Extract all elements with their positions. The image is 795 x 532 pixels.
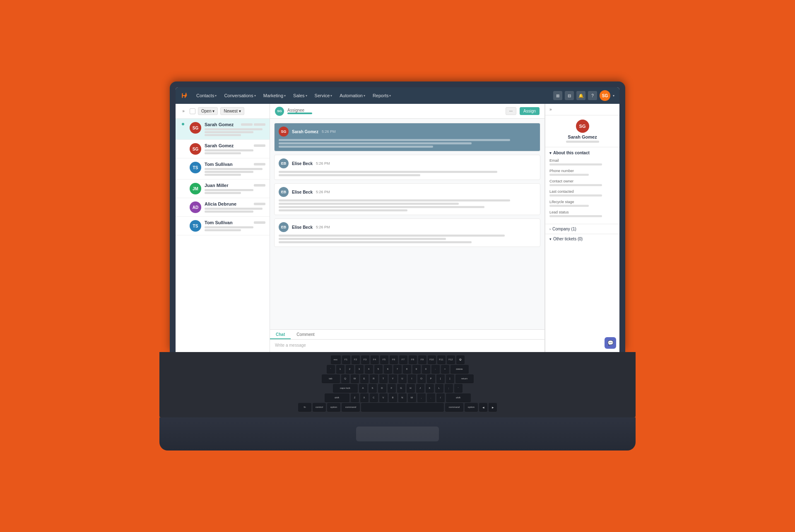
key-command-l[interactable]: command: [342, 403, 360, 411]
list-item[interactable]: TS Tom Sullivan: [176, 158, 270, 180]
key-r[interactable]: R: [370, 374, 378, 383]
key-esc[interactable]: esc: [331, 355, 341, 364]
key-u[interactable]: U: [398, 374, 407, 383]
nav-search-btn[interactable]: ⊞: [553, 91, 562, 100]
key-3[interactable]: 3: [355, 365, 364, 373]
key-power[interactable]: ⏻: [456, 355, 465, 364]
key-option-r[interactable]: option: [465, 403, 478, 411]
key-comma[interactable]: ,: [417, 393, 426, 402]
assign-btn[interactable]: Assign: [520, 107, 540, 115]
tab-chat[interactable]: Chat: [270, 330, 291, 339]
key-fn[interactable]: fn: [298, 403, 311, 411]
key-h[interactable]: H: [407, 384, 415, 392]
key-9[interactable]: 9: [412, 365, 421, 373]
nav-service[interactable]: Service ▾: [311, 91, 336, 100]
open-filter-btn[interactable]: Open ▾: [198, 107, 218, 115]
key-capslock[interactable]: caps lock: [333, 384, 358, 392]
key-period[interactable]: .: [427, 393, 435, 402]
nav-reports[interactable]: Reports ▾: [369, 91, 395, 100]
key-f10[interactable]: F10: [428, 355, 436, 364]
other-tickets-section-btn[interactable]: ▾ Other tickets (0): [545, 234, 619, 244]
key-g[interactable]: G: [397, 384, 405, 392]
nav-marketing[interactable]: Marketing ▾: [260, 91, 289, 100]
key-s[interactable]: S: [369, 384, 377, 392]
list-item[interactable]: SG Sarah Gomez: [176, 119, 270, 140]
trackpad[interactable]: [356, 427, 439, 441]
key-minus[interactable]: -: [431, 365, 440, 373]
key-f9[interactable]: F9: [418, 355, 426, 364]
key-l[interactable]: L: [435, 384, 443, 392]
key-f6[interactable]: F6: [390, 355, 398, 364]
key-f11[interactable]: F11: [437, 355, 446, 364]
key-f4[interactable]: F4: [371, 355, 379, 364]
nav-conversations[interactable]: Conversations ▾: [221, 91, 259, 100]
about-toggle-btn[interactable]: ▾ About this contact: [549, 151, 615, 155]
nav-automation[interactable]: Automation ▾: [336, 91, 369, 100]
key-5[interactable]: 5: [374, 365, 383, 373]
nav-help-btn[interactable]: ?: [588, 91, 597, 100]
more-options-btn[interactable]: ···: [506, 107, 516, 115]
key-shift-r[interactable]: shift: [446, 393, 471, 402]
nav-sales[interactable]: Sales ▾: [290, 91, 311, 100]
expand-right-panel-btn[interactable]: »: [549, 107, 552, 112]
key-equals[interactable]: =: [441, 365, 449, 373]
nav-apps-btn[interactable]: ⊟: [565, 91, 574, 100]
key-8[interactable]: 8: [403, 365, 411, 373]
key-a[interactable]: A: [359, 384, 367, 392]
key-w[interactable]: W: [351, 374, 359, 383]
key-d[interactable]: D: [378, 384, 386, 392]
key-0[interactable]: 0: [422, 365, 430, 373]
key-bracket-r[interactable]: ]: [446, 374, 454, 383]
expand-panel-btn[interactable]: »: [180, 108, 187, 115]
key-c[interactable]: C: [370, 393, 378, 402]
nav-contacts[interactable]: Contacts ▾: [193, 91, 220, 100]
key-1[interactable]: 1: [336, 365, 344, 373]
key-x[interactable]: X: [360, 393, 369, 402]
user-avatar[interactable]: SG: [600, 90, 610, 101]
key-delete[interactable]: delete: [450, 365, 469, 373]
key-o[interactable]: O: [417, 374, 426, 383]
key-f2[interactable]: F2: [352, 355, 360, 364]
key-quote[interactable]: ': [454, 384, 463, 392]
key-semicolon[interactable]: ;: [445, 384, 453, 392]
key-option-l[interactable]: option: [327, 403, 340, 411]
key-tab[interactable]: tab: [322, 374, 340, 383]
key-f7[interactable]: F7: [399, 355, 407, 364]
key-arrow-l[interactable]: ◀: [479, 403, 487, 411]
key-i[interactable]: I: [408, 374, 416, 383]
key-z[interactable]: Z: [351, 393, 359, 402]
key-m[interactable]: M: [408, 393, 416, 402]
key-q[interactable]: Q: [341, 374, 349, 383]
tab-comment[interactable]: Comment: [291, 330, 320, 339]
key-backtick[interactable]: `: [327, 365, 335, 373]
chat-float-btn[interactable]: 💬: [605, 337, 616, 349]
key-t[interactable]: T: [379, 374, 388, 383]
key-space[interactable]: [361, 403, 444, 411]
key-7[interactable]: 7: [393, 365, 402, 373]
key-bracket-l[interactable]: [: [436, 374, 445, 383]
key-shift-l[interactable]: shift: [325, 393, 349, 402]
key-e[interactable]: E: [360, 374, 369, 383]
key-b[interactable]: B: [389, 393, 397, 402]
select-all-checkbox[interactable]: [190, 108, 195, 114]
list-item[interactable]: TS Tom Sullivan: [176, 217, 270, 235]
key-4[interactable]: 4: [365, 365, 373, 373]
list-item[interactable]: SG Sarah Gomez: [176, 140, 270, 158]
key-f[interactable]: F: [388, 384, 396, 392]
key-y[interactable]: Y: [389, 374, 397, 383]
compose-input[interactable]: Write a message: [270, 340, 544, 352]
key-f1[interactable]: F1: [342, 355, 350, 364]
key-f12[interactable]: F12: [447, 355, 455, 364]
company-section-btn[interactable]: › Company (1): [545, 224, 619, 234]
key-v[interactable]: V: [379, 393, 388, 402]
nav-notif-btn[interactable]: 🔔: [576, 91, 585, 100]
key-k[interactable]: K: [426, 384, 434, 392]
key-return[interactable]: return: [455, 374, 474, 383]
key-p[interactable]: P: [427, 374, 435, 383]
list-item[interactable]: JM Juan Miller: [176, 180, 270, 198]
key-2[interactable]: 2: [346, 365, 354, 373]
key-n[interactable]: N: [398, 393, 407, 402]
key-slash[interactable]: /: [436, 393, 445, 402]
key-f3[interactable]: F3: [361, 355, 369, 364]
key-control[interactable]: control: [313, 403, 326, 411]
